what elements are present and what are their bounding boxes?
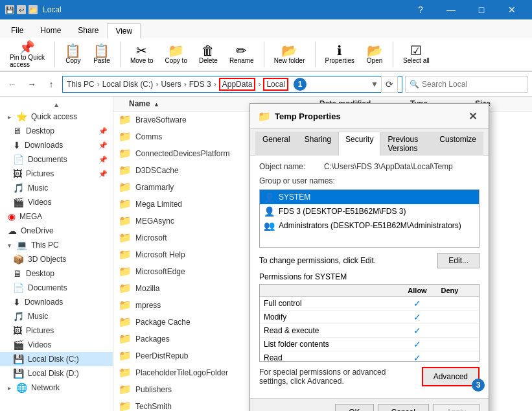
user-item-admins[interactable]: 👥 Administrators (DESKTOP-E51B62M\Admini… (260, 218, 479, 233)
folder-icon: 📁 (119, 181, 132, 193)
window-title: Local (43, 5, 406, 14)
breadcrumb: This PC › Local Disk (C:) › Users › FDS … (67, 78, 371, 91)
sidebar-item-music[interactable]: 🎵 Music (0, 181, 113, 195)
perm-col-deny: Deny (434, 287, 466, 294)
tab-customize[interactable]: Customize (432, 132, 483, 156)
special-perm-row: For special permissions or advanced sett… (259, 367, 480, 386)
user-name-admins: Administrators (DESKTOP-E51B62M\Administ… (279, 221, 461, 230)
sidebar-item-localdisk-c[interactable]: 💾 Local Disk (C:) (0, 352, 113, 366)
sidebar-item-pictures2[interactable]: 🖼 Pictures (0, 323, 113, 338)
sidebar-item-documents[interactable]: 📄 Documents 📌 (0, 152, 113, 167)
apply-btn[interactable]: Apply (433, 404, 480, 411)
paste-btn[interactable]: 📋 Paste (89, 41, 115, 67)
sidebar-item-network[interactable]: ▸ 🌐 Network (0, 381, 113, 395)
back-btn[interactable]: ← (4, 76, 21, 93)
user-item-fds3[interactable]: 👤 FDS 3 (DESKTOP-E51B62M\FDS 3) (260, 204, 479, 218)
perm-modify: Modify ✓ (260, 311, 479, 324)
folder-icon: 📁 (119, 333, 132, 345)
permissions-list[interactable]: Allow Deny Full control ✓ Modify ✓ (259, 284, 480, 362)
tab-general[interactable]: General (255, 132, 297, 156)
breadcrumb-localdisk[interactable]: Local Disk (C:) (102, 80, 154, 89)
address-bar[interactable]: This PC › Local Disk (C:) › Users › FDS … (62, 76, 402, 93)
special-perm-text: For special permissions or advanced sett… (259, 368, 417, 386)
breadcrumb-local[interactable]: Local (263, 78, 288, 91)
open-btn[interactable]: 📂 Open (362, 41, 387, 67)
title-bar-quick-access: 💾 ↩ 📁 (5, 5, 38, 14)
properties-btn[interactable]: ℹ Properties (321, 41, 360, 67)
select-all-btn[interactable]: ☑ Select all (399, 41, 434, 67)
temp-properties-dialog: 📁 Temp Properties ✕ General Sharing Secu… (249, 103, 489, 411)
undo-icon[interactable]: ↩ (17, 5, 26, 14)
close-btn[interactable]: ✕ (497, 0, 527, 19)
save-icon[interactable]: 💾 (5, 5, 14, 14)
breadcrumb-users[interactable]: Users (161, 80, 181, 89)
dialog-close-btn[interactable]: ✕ (464, 109, 481, 123)
sidebar-item-desktop[interactable]: 🖥 Desktop 📌 (0, 124, 113, 138)
permissions-label: Permissions for SYSTEM (259, 272, 480, 281)
up-btn[interactable]: ↑ (43, 76, 60, 93)
tab-security[interactable]: Security (338, 132, 380, 156)
sidebar-item-quickaccess[interactable]: ▸ ⭐ Quick access (0, 110, 113, 124)
dropdown-arrow[interactable]: ▼ (371, 80, 378, 89)
folder-icon: 📁 (119, 316, 132, 328)
ok-btn[interactable]: OK (335, 404, 373, 411)
copyto-icon: 📁 (168, 44, 184, 57)
sidebar-scroll-up[interactable]: ▲ (0, 99, 113, 110)
sidebar-item-videos[interactable]: 🎬 Videos (0, 195, 113, 209)
copy-btn[interactable]: 📋 Copy (60, 41, 86, 67)
pin-btn[interactable]: 📌 Pin to Quickaccess (5, 38, 49, 71)
rename-btn[interactable]: ✏ Rename (225, 41, 259, 67)
sidebar-item-downloads[interactable]: ⬇ Downloads 📌 (0, 138, 113, 152)
ribbon-sep-3 (264, 41, 264, 67)
search-box[interactable]: 🔍 (405, 76, 528, 93)
breadcrumb-fds3[interactable]: FDS 3 (189, 80, 211, 89)
breadcrumb-appdata[interactable]: AppData (219, 78, 256, 91)
search-input[interactable] (422, 80, 524, 89)
help-btn[interactable]: ? (406, 0, 435, 19)
new-folder-btn[interactable]: 📂 New folder (270, 41, 310, 67)
edit-btn[interactable]: Edit... (437, 253, 480, 268)
copyto-btn[interactable]: 📁 Copy to (161, 41, 192, 67)
sidebar-item-music2[interactable]: 🎵 Music (0, 309, 113, 323)
user-icon-admins: 👥 (264, 220, 275, 231)
tab-share[interactable]: Share (69, 23, 107, 38)
user-name-fds3: FDS 3 (DESKTOP-E51B62M\FDS 3) (279, 207, 406, 216)
breadcrumb-thispc[interactable]: This PC (67, 80, 95, 89)
sidebar-item-mega[interactable]: ◉ MEGA (0, 209, 113, 224)
sidebar-item-documents2[interactable]: 📄 Documents (0, 281, 113, 295)
tab-previous-versions[interactable]: Previous Versions (380, 132, 432, 156)
ribbon-sep-5 (393, 41, 393, 67)
dialog-folder-icon: 📁 (258, 110, 271, 123)
forward-btn[interactable]: → (23, 76, 40, 93)
sidebar-item-desktop2[interactable]: 🖥 Desktop (0, 266, 113, 281)
sidebar-item-pictures[interactable]: 🖼 Pictures 📌 (0, 167, 113, 181)
refresh-btn[interactable]: ⟳ (381, 76, 398, 93)
tab-view[interactable]: View (107, 23, 141, 38)
move-btn[interactable]: ✂ Move to (126, 41, 158, 67)
sidebar-item-videos2[interactable]: 🎬 Videos (0, 338, 113, 352)
user-item-system[interactable]: 👤 SYSTEM (260, 190, 479, 204)
delete-btn[interactable]: 🗑 Delete (194, 41, 222, 67)
tab-home[interactable]: Home (32, 23, 69, 38)
cancel-btn[interactable]: Cancel (378, 404, 429, 411)
object-name-value: C:\Users\FDS 3\AppData\Local\Temp (324, 162, 480, 171)
dialog-footer: OK Cancel Apply (250, 398, 489, 411)
title-bar: 💾 ↩ 📁 Local ? — □ ✕ (0, 0, 532, 19)
sidebar-item-onedrive[interactable]: ☁ OneDrive (0, 224, 113, 238)
folder-icon: 📁 (119, 299, 132, 311)
sidebar-item-3dobjects[interactable]: 📦 3D Objects (0, 252, 113, 266)
sidebar-item-localdisk-d[interactable]: 💾 Local Disk (D:) (0, 366, 113, 381)
user-list[interactable]: 👤 SYSTEM 👤 FDS 3 (DESKTOP-E51B62M\FDS 3)… (259, 189, 480, 248)
folder-icon: 📁 (119, 383, 132, 395)
sidebar-item-thispc[interactable]: ▾ 💻 This PC (0, 238, 113, 252)
user-icon-system: 👤 (264, 192, 275, 202)
folder-icon: 📁 (119, 282, 132, 294)
sidebar-item-downloads2[interactable]: ⬇ Downloads (0, 295, 113, 309)
advanced-btn[interactable]: Advanced (422, 367, 480, 386)
minimize-btn[interactable]: — (436, 0, 466, 19)
tab-file[interactable]: File (3, 23, 32, 38)
tab-sharing[interactable]: Sharing (297, 132, 338, 156)
folder-icon: 📁 (119, 400, 132, 411)
ribbon-tabs: File Home Share View (0, 19, 532, 38)
maximize-btn[interactable]: □ (467, 0, 496, 19)
